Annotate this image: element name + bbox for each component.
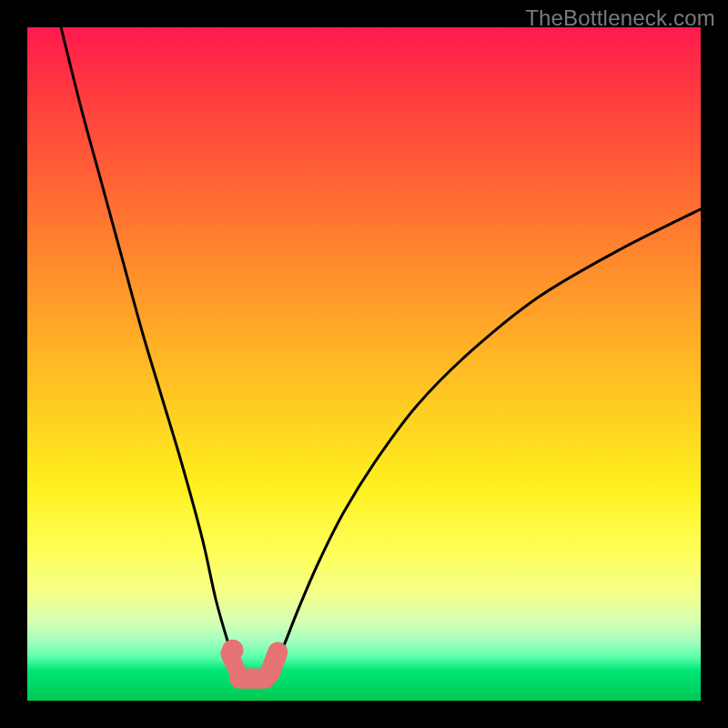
curve-svg xyxy=(27,27,701,701)
marker-left-dot xyxy=(222,640,244,662)
bottleneck-curve xyxy=(61,27,701,681)
plot-area xyxy=(27,27,701,701)
marker-right-bar xyxy=(269,652,278,674)
marker-group xyxy=(222,640,278,679)
chart-frame: TheBottleneck.com xyxy=(0,0,728,728)
marker-left-bar xyxy=(229,653,239,675)
